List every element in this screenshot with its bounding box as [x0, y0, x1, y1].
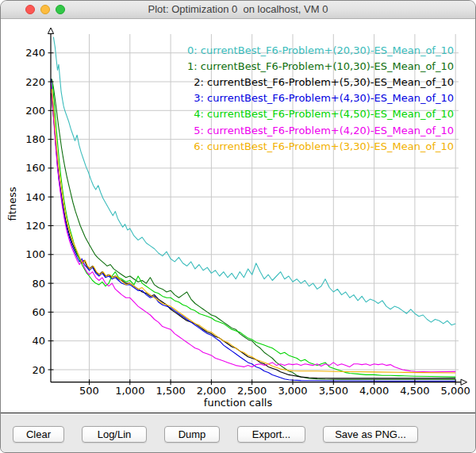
y-tick-label-80: 80: [32, 278, 45, 290]
y-tick-label-100: 100: [25, 248, 45, 260]
y-tick-label-20: 20: [32, 364, 45, 376]
legend-entry-2: 2: currentBest_F6-Problem+(5,30)-ES_Mean…: [194, 76, 454, 88]
legend-entry-5: 5: currentBest_F6-Problem+(4,20)-ES_Mean…: [194, 125, 454, 136]
y-tick-label-60: 60: [32, 306, 45, 318]
dump-button[interactable]: Dump: [164, 426, 220, 443]
y-tick-label-180: 180: [25, 133, 45, 145]
x-tick-label-2000: 2,000: [197, 385, 226, 397]
x-tick-label-500: 500: [79, 385, 99, 397]
y-axis-arrow-icon: [48, 28, 53, 34]
y-tick-label-240: 240: [25, 47, 45, 59]
x-tick-label-3000: 3,000: [278, 385, 307, 397]
y-tick-label-160: 160: [25, 162, 45, 174]
y-tick-label-40: 40: [32, 335, 45, 347]
button-bar: Clear Log/Lin Dump Export... Save as PNG…: [1, 413, 475, 453]
x-tick-label-1500: 1,500: [155, 385, 185, 397]
x-tick-label-5000: 5,000: [441, 385, 470, 397]
legend-entry-0: 0: currentBest_F6-Problem+(20,30)-ES_Mea…: [187, 44, 454, 56]
y-tick-label-140: 140: [25, 191, 45, 203]
x-tick-label-3500: 3,500: [319, 385, 348, 397]
log-lin-button[interactable]: Log/Lin: [82, 426, 147, 443]
legend-entry-3: 3: currentBest_F6-Problem+(4,30)-ES_Mean…: [194, 92, 454, 104]
y-axis-label: fitness: [6, 186, 19, 221]
legend-entry-6: 6: currentBest_F6-Problem+(3,30)-ES_Mean…: [194, 140, 454, 152]
legend-entry-4: 4: currentBest_F6-Problem+(4,50)-ES_Mean…: [194, 108, 454, 120]
x-tick-label-1000: 1,000: [115, 385, 144, 397]
window-title: Plot: Optimization 0 on localhost, VM 0: [1, 3, 475, 15]
y-tick-label-120: 120: [25, 220, 45, 232]
x-tick-label-4500: 4,500: [400, 385, 429, 397]
x-tick-label-2500: 2,500: [237, 385, 267, 397]
plot-canvas[interactable]: 204060801001201401601802002202405001,000…: [1, 19, 476, 413]
clear-button[interactable]: Clear: [13, 426, 64, 443]
y-tick-label-200: 200: [25, 105, 45, 117]
x-axis-label: function calls: [1, 397, 475, 409]
plot-window: Plot: Optimization 0 on localhost, VM 0 …: [0, 0, 476, 453]
plot-panel: 204060801001201401601802002202405001,000…: [1, 19, 475, 413]
save-as-png-button[interactable]: Save as PNG...: [323, 426, 418, 443]
legend-entry-1: 1: currentBest_F6-Problem+(10,30)-ES_Mea…: [187, 60, 454, 72]
titlebar[interactable]: Plot: Optimization 0 on localhost, VM 0: [1, 1, 475, 19]
export-button[interactable]: Export...: [237, 426, 305, 443]
y-tick-label-220: 220: [25, 76, 45, 88]
x-tick-label-4000: 4,000: [359, 385, 389, 397]
